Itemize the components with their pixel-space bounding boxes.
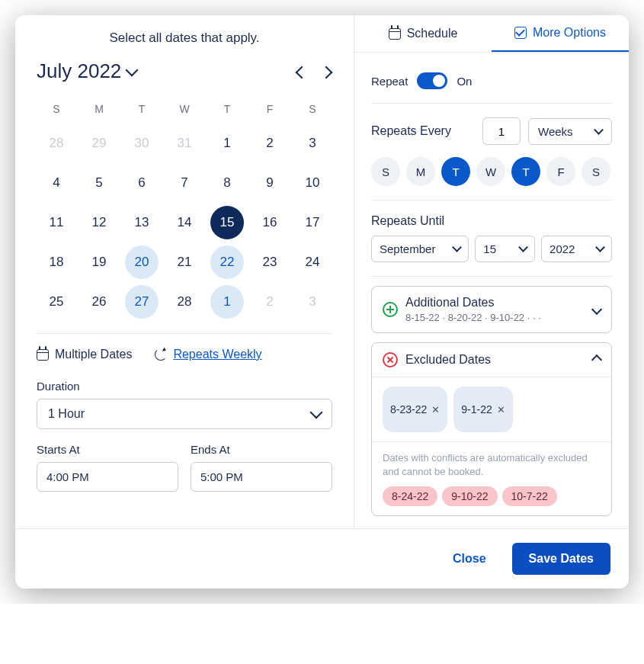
day-of-week-header: F: [250, 97, 290, 121]
calendar-day[interactable]: 16: [250, 205, 290, 240]
day-of-week-header: S: [37, 97, 76, 121]
weekday-pill[interactable]: S: [582, 157, 610, 186]
repeats-until-label: Repeats Until: [371, 214, 612, 228]
excluded-dates-header[interactable]: Excluded Dates: [372, 343, 611, 377]
calendar-day[interactable]: 17: [293, 205, 332, 240]
day-of-week-header: M: [79, 97, 119, 121]
chevron-down-icon: [594, 125, 604, 135]
repeats-weekly-label: Repeats Weekly: [173, 348, 261, 361]
calendar-icon: [389, 28, 401, 40]
excluded-date-chip: 9-1-22✕: [453, 387, 512, 432]
close-button[interactable]: Close: [439, 543, 500, 575]
calendar-day[interactable]: 12: [79, 205, 119, 240]
calendar-day[interactable]: 20: [125, 245, 159, 279]
options-panel: Schedule More Options Repeat On Repeats …: [354, 15, 629, 528]
calendar-icon: [37, 349, 49, 361]
duration-value: 1 Hour: [48, 407, 85, 421]
calendar-day[interactable]: 10: [293, 165, 332, 200]
additional-dates-header[interactable]: Additional Dates 8-15-22 · 8-20-22 · 9-1…: [372, 287, 611, 332]
calendar-day[interactable]: 27: [125, 285, 159, 319]
calendar-day[interactable]: 8: [207, 165, 247, 200]
excluded-helper-text: Dates with conflicts are automatically e…: [383, 451, 601, 479]
chevron-down-icon: [126, 63, 139, 76]
calendar-day[interactable]: 15: [210, 206, 244, 239]
calendar-day[interactable]: 4: [37, 165, 76, 200]
calendar-day[interactable]: 21: [165, 245, 204, 280]
repeats-every-unit[interactable]: Weeks: [528, 118, 612, 145]
additional-dates-summary: 8-15-22 · 8-20-22 · 9-10-22 · · ·: [405, 312, 541, 323]
month-selector[interactable]: July 2022: [37, 59, 136, 83]
calendar-day[interactable]: 6: [122, 165, 162, 200]
day-of-week-header: S: [293, 97, 332, 121]
repeats-until-year[interactable]: 2022: [541, 236, 612, 262]
excluded-dates-card: Excluded Dates 8-23-22✕9-1-22✕ Dates wit…: [371, 342, 612, 516]
calendar-day[interactable]: 7: [165, 165, 204, 200]
repeats-every-count[interactable]: [482, 117, 521, 145]
weekday-pill[interactable]: T: [441, 157, 470, 186]
calendar-day[interactable]: 9: [250, 165, 290, 200]
calendar-day[interactable]: 13: [122, 205, 162, 240]
repeats-until-day[interactable]: 15: [475, 236, 535, 262]
x-circle-icon: [383, 352, 398, 367]
tab-schedule-label: Schedule: [407, 27, 458, 40]
calendar-day[interactable]: 25: [37, 284, 76, 319]
calendar-day[interactable]: 22: [210, 245, 244, 279]
weekday-pill[interactable]: S: [371, 157, 400, 186]
calendar-day[interactable]: 24: [293, 245, 332, 280]
day-of-week-header: T: [207, 97, 247, 121]
prev-month-button[interactable]: [297, 66, 308, 77]
repeat-label: Repeat: [371, 75, 408, 88]
calendar-day[interactable]: 18: [37, 245, 76, 280]
weekday-pill[interactable]: W: [476, 157, 505, 186]
chevron-down-icon: [452, 242, 462, 252]
chevron-down-icon: [595, 242, 605, 252]
checkbox-icon: [514, 27, 527, 39]
duration-select[interactable]: 1 Hour: [37, 399, 332, 429]
chevron-right-icon: [320, 66, 333, 79]
excluded-date-chip: 8-23-22✕: [383, 387, 447, 432]
ends-at-input[interactable]: [191, 462, 332, 492]
ends-at-label: Ends At: [191, 443, 332, 456]
repeats-until-day-value: 15: [483, 242, 496, 255]
weekday-pill[interactable]: M: [406, 157, 435, 186]
calendar-day[interactable]: 23: [250, 245, 290, 280]
repeat-toggle[interactable]: [417, 72, 447, 89]
repeats-weekly-link[interactable]: Repeats Weekly: [155, 348, 261, 361]
repeats-until-year-value: 2022: [549, 242, 575, 255]
starts-at-input[interactable]: [37, 462, 178, 492]
tab-schedule[interactable]: Schedule: [354, 15, 492, 52]
calendar-day[interactable]: 26: [79, 284, 119, 319]
repeat-state: On: [457, 75, 472, 88]
weekday-pill[interactable]: T: [511, 157, 540, 186]
month-label: July 2022: [37, 59, 121, 83]
duration-label: Duration: [37, 380, 332, 393]
multiple-dates-option[interactable]: Multiple Dates: [37, 348, 132, 361]
tab-more-options-label: More Options: [533, 26, 606, 40]
next-month-button[interactable]: [322, 66, 332, 77]
calendar-day[interactable]: 2: [250, 126, 290, 161]
calendar-day[interactable]: 28: [165, 284, 204, 319]
calendar-panel: Select all dates that apply. July 2022 S…: [15, 15, 354, 528]
calendar-day[interactable]: 5: [79, 165, 119, 200]
remove-chip-icon[interactable]: ✕: [431, 404, 440, 415]
calendar-day[interactable]: 11: [37, 205, 76, 240]
starts-at-label: Starts At: [37, 443, 178, 456]
repeats-until-month[interactable]: September: [371, 236, 469, 262]
excluded-dates-title: Excluded Dates: [405, 353, 491, 367]
additional-dates-card: Additional Dates 8-15-22 · 8-20-22 · 9-1…: [371, 286, 612, 333]
calendar-day[interactable]: 1: [207, 126, 247, 161]
calendar-day[interactable]: 14: [165, 205, 204, 240]
additional-dates-title: Additional Dates: [405, 296, 541, 310]
chip-label: 8-23-22: [390, 403, 427, 415]
calendar-day[interactable]: 3: [293, 126, 332, 161]
calendar-day: 28: [37, 126, 76, 161]
remove-chip-icon[interactable]: ✕: [497, 404, 505, 415]
weekday-pill[interactable]: F: [546, 157, 575, 186]
calendar-day[interactable]: 1: [210, 285, 244, 319]
plus-circle-icon: [383, 302, 398, 317]
instruction-text: Select all dates that apply.: [37, 30, 332, 46]
save-dates-button[interactable]: Save Dates: [512, 543, 610, 575]
tab-more-options[interactable]: More Options: [492, 15, 629, 52]
chevron-up-icon: [593, 353, 601, 367]
calendar-day[interactable]: 19: [79, 245, 119, 280]
